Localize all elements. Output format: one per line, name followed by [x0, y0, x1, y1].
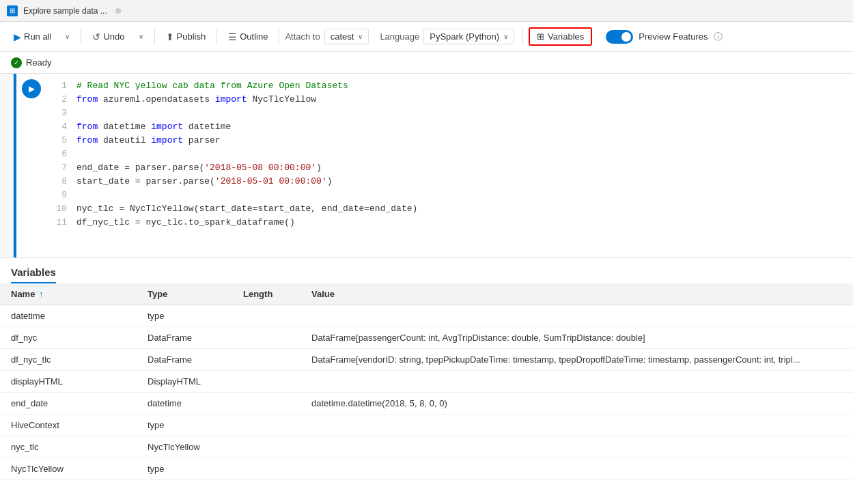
cell-name-1: df_nyc	[0, 327, 137, 349]
cell-name-0: datetime	[0, 305, 137, 327]
undo-chevron-icon: ∨	[139, 33, 143, 40]
play-icon: ▶	[14, 31, 21, 42]
publish-button[interactable]: ⬆ Publish	[160, 29, 212, 45]
preview-toggle-container: Preview Features ⓘ	[606, 30, 722, 44]
table-row: nyc_tlc NycTlcYellow	[0, 436, 853, 458]
col-header-length: Length	[232, 283, 300, 305]
cell-type-0: type	[137, 305, 232, 327]
table-header-row: Name ↑ Type Length Value	[0, 283, 853, 305]
language-label: Language	[380, 31, 419, 42]
table-row: NycTlcYellow type	[0, 458, 853, 480]
editor-area: ▶ 1234567891011 # Read NYC yellow cab da…	[0, 74, 853, 258]
cell-container: ▶ 1234567891011 # Read NYC yellow cab da…	[14, 74, 853, 257]
undo-dropdown-button[interactable]: ∨	[133, 30, 149, 43]
table-header: Name ↑ Type Length Value	[0, 283, 853, 305]
title-bar: Explore sample data ...	[0, 0, 853, 22]
run-dropdown-button[interactable]: ∨	[59, 30, 75, 43]
cell-name-5: HiveContext	[0, 415, 137, 436]
cell-name-2: df_nyc_tlc	[0, 349, 137, 371]
separator-2	[154, 29, 155, 45]
run-btn-area: ▶	[16, 74, 46, 257]
cell-type-7: type	[137, 458, 232, 480]
info-icon[interactable]: ⓘ	[714, 31, 723, 43]
attach-value: catest	[331, 31, 354, 42]
variables-header: Variables	[0, 258, 853, 283]
table-row: df_nyc DataFrame DataFrame[passengerCoun…	[0, 327, 853, 349]
variables-icon: ⊞	[537, 31, 544, 42]
language-value: PySpark (Python)	[430, 31, 499, 42]
cell-type-3: DisplayHTML	[137, 371, 232, 393]
run-cell-button[interactable]: ▶	[22, 79, 41, 98]
col-header-type: Type	[137, 283, 232, 305]
main-area: ▶ 1234567891011 # Read NYC yellow cab da…	[0, 74, 853, 504]
separator-1	[81, 29, 81, 45]
separator-4	[279, 29, 279, 45]
cell-name-4: end_date	[0, 393, 137, 415]
cell-name-6: nyc_tlc	[0, 436, 137, 458]
undo-button[interactable]: ↺ Undo	[87, 29, 130, 45]
unsaved-dot	[115, 8, 121, 14]
status-text: Ready	[26, 57, 52, 68]
run-all-button[interactable]: ▶ Run all	[8, 29, 57, 45]
preview-label: Preview Features	[639, 31, 708, 42]
cell-length-6	[232, 436, 300, 458]
variables-label: Variables	[548, 31, 584, 42]
undo-icon: ↺	[92, 31, 100, 42]
run-all-label: Run all	[24, 31, 51, 42]
attach-to-label: Attach to	[285, 31, 320, 42]
table-row: datetime type	[0, 305, 853, 327]
variables-table-body: datetime type df_nyc DataFrame DataFrame…	[0, 305, 853, 480]
cell-value-4: datetime.datetime(2018, 5, 8, 0, 0)	[300, 393, 853, 415]
attach-to-dropdown[interactable]: catest ∨	[324, 29, 369, 44]
separator-5	[522, 29, 523, 45]
variables-button[interactable]: ⊞ Variables	[529, 27, 592, 46]
variables-panel: Variables Name ↑ Type Length Value datet…	[0, 258, 853, 504]
outline-button[interactable]: ☰ Outline	[223, 29, 273, 45]
language-chevron-icon: ∨	[503, 33, 508, 40]
cell-name-3: displayHTML	[0, 371, 137, 393]
cell-name-7: NycTlcYellow	[0, 458, 137, 480]
code-editor[interactable]: # Read NYC yellow cab data from Azure Op…	[71, 74, 853, 257]
variables-table: Name ↑ Type Length Value datetime type d…	[0, 283, 853, 480]
run-chevron-icon: ∨	[65, 33, 70, 40]
outline-icon: ☰	[228, 31, 237, 42]
cell-type-6: NycTlcYellow	[137, 436, 232, 458]
publish-icon: ⬆	[166, 31, 174, 42]
cell-value-5	[300, 415, 853, 436]
cell-value-7	[300, 458, 853, 480]
title-bar-text: Explore sample data ...	[23, 6, 107, 16]
ready-icon: ✓	[11, 57, 22, 68]
table-row: end_date datetime datetime.datetime(2018…	[0, 393, 853, 415]
outline-label: Outline	[240, 31, 268, 42]
undo-label: Undo	[103, 31, 124, 42]
col-header-name[interactable]: Name ↑	[0, 283, 137, 305]
cell-value-3	[300, 371, 853, 393]
language-dropdown[interactable]: PySpark (Python) ∨	[423, 29, 514, 44]
cell-type-4: datetime	[137, 393, 232, 415]
attach-chevron-icon: ∨	[358, 33, 363, 40]
cell-value-1: DataFrame[passengerCount: int, AvgTripDi…	[300, 327, 853, 349]
cell-value-2: DataFrame[vendorID: string, tpepPickupDa…	[300, 349, 853, 371]
cell-value-6	[300, 436, 853, 458]
preview-toggle[interactable]	[606, 30, 633, 44]
col-header-value: Value	[300, 283, 853, 305]
cell-type-1: DataFrame	[137, 327, 232, 349]
drag-handle[interactable]	[5, 79, 9, 93]
cell-length-7	[232, 458, 300, 480]
cell-length-1	[232, 327, 300, 349]
cell-length-5	[232, 415, 300, 436]
cell-length-2	[232, 349, 300, 371]
separator-3	[216, 29, 217, 45]
variables-panel-title: Variables	[11, 266, 56, 283]
name-sort-icon: ↑	[39, 289, 44, 299]
toolbar: ▶ Run all ∨ ↺ Undo ∨ ⬆ Publish ☰ Outline…	[0, 22, 853, 52]
line-numbers: 1234567891011	[46, 74, 71, 257]
cell-value-0	[300, 305, 853, 327]
status-bar: ✓ Ready	[0, 52, 853, 74]
status-ready: ✓ Ready	[11, 57, 52, 68]
publish-label: Publish	[177, 31, 206, 42]
cell-gutter	[0, 74, 14, 257]
table-row: displayHTML DisplayHTML	[0, 371, 853, 393]
cell-length-4	[232, 393, 300, 415]
table-row: df_nyc_tlc DataFrame DataFrame[vendorID:…	[0, 349, 853, 371]
